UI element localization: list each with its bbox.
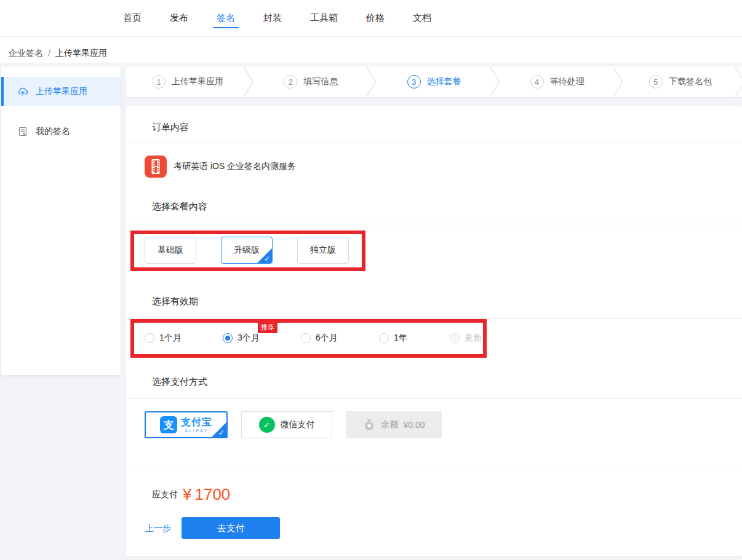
divider <box>126 224 742 224</box>
payment-options: 支 支付宝 ALIPAY ✓ ✓ 微信支付 ¥ 余额 ¥0.00 <box>145 411 442 438</box>
step-label: 填写信息 <box>303 76 338 87</box>
package-option-label: 独立版 <box>310 245 336 256</box>
nav-item-package[interactable]: 封装 <box>263 0 282 36</box>
radio-label: 1年 <box>394 333 407 344</box>
package-options: 基础版 升级版 ✓ 独立版 <box>145 237 349 264</box>
alipay-sub-label: ALIPAY <box>185 428 208 433</box>
radio-label: 3个月 <box>237 333 260 344</box>
step-arrow-icon <box>734 66 742 97</box>
app-film-icon <box>145 156 167 178</box>
radio-selected-icon <box>223 333 233 343</box>
step-arrow-icon <box>612 66 624 97</box>
package-option-label: 基础版 <box>158 245 183 256</box>
divider <box>126 470 742 470</box>
currency-symbol: ¥ <box>183 485 191 504</box>
radio-label: 1个月 <box>159 333 182 344</box>
alipay-label: 支付宝 <box>181 417 212 428</box>
breadcrumb-parent[interactable]: 企业签名 <box>9 48 43 58</box>
divider <box>126 143 742 143</box>
alipay-wordmark: 支付宝 ALIPAY <box>181 417 212 432</box>
amount-number: 1700 <box>194 485 230 504</box>
payment-option-wechat[interactable]: ✓ 微信支付 <box>241 411 332 438</box>
payment-option-alipay[interactable]: 支 支付宝 ALIPAY ✓ <box>145 411 228 438</box>
svg-text:¥: ¥ <box>367 422 372 429</box>
package-option-label: 升级版 <box>234 245 260 256</box>
package-option-basic[interactable]: 基础版 <box>145 237 196 264</box>
step-arrow-icon <box>489 66 501 97</box>
section-title-validity: 选择有效期 <box>152 296 198 307</box>
validity-option-renew: 更新 <box>450 333 482 344</box>
previous-step-link[interactable]: 上一步 <box>145 523 171 534</box>
step-number: 1 <box>152 75 166 89</box>
sidebar-item-upload-apple-app[interactable]: 上传苹果应用 <box>1 77 121 106</box>
step-2-fill-info: 2 填写信息 <box>249 66 372 97</box>
sidebar-item-my-signatures[interactable]: 我的签名 <box>1 117 121 146</box>
money-bag-icon: ¥ <box>362 418 376 432</box>
section-title-payment: 选择支付方式 <box>152 376 207 388</box>
wechat-pay-icon: ✓ <box>259 417 275 433</box>
signature-doc-icon <box>17 126 28 137</box>
nav-item-signature[interactable]: 签名 <box>217 0 235 36</box>
top-navigation: 首页 发布 签名 封装 工具箱 价格 文档 <box>0 0 742 37</box>
step-number: 5 <box>649 75 663 89</box>
nav-item-home[interactable]: 首页 <box>123 0 142 36</box>
radio-disabled-icon <box>450 333 460 343</box>
selected-check-icon: ✓ <box>211 422 227 438</box>
breadcrumb-current: 上传苹果应用 <box>55 48 107 58</box>
step-label: 选择套餐 <box>427 76 461 87</box>
nav-item-toolbox[interactable]: 工具箱 <box>310 0 338 36</box>
order-panel: 订单内容 考研英语 iOS 企业签名内测服务 选择套餐内容 <box>126 106 742 556</box>
radio-icon <box>301 333 311 343</box>
alipay-logo-icon: 支 <box>160 416 177 433</box>
nav-item-publish[interactable]: 发布 <box>170 0 188 36</box>
radio-label: 6个月 <box>316 333 338 344</box>
nav-item-pricing[interactable]: 价格 <box>366 0 385 36</box>
validity-option-3-months[interactable]: 3个月 <box>223 333 260 344</box>
order-app-row: 考研英语 iOS 企业签名内测服务 <box>145 156 296 178</box>
step-label: 下载签名包 <box>669 76 712 87</box>
validity-option-6-months[interactable]: 6个月 <box>301 333 338 344</box>
balance-amount: ¥0.00 <box>403 420 425 430</box>
breadcrumb: 企业签名/上传苹果应用 <box>9 48 107 59</box>
amount-due-row: 应支付 ¥ 1700 <box>152 485 230 504</box>
step-4-processing: 4 等待处理 <box>496 66 619 97</box>
package-option-upgrade[interactable]: 升级版 ✓ <box>221 237 273 264</box>
sidebar-item-label: 上传苹果应用 <box>36 86 87 97</box>
step-label: 上传苹果应用 <box>172 76 223 87</box>
section-title-package: 选择套餐内容 <box>152 201 207 213</box>
step-number: 4 <box>530 75 544 89</box>
package-option-standalone[interactable]: 独立版 <box>297 237 349 264</box>
divider <box>126 398 742 399</box>
cloud-upload-icon <box>17 86 28 97</box>
sidebar: 上传苹果应用 我的签名 <box>1 66 121 375</box>
validity-option-1-year[interactable]: 1年 <box>379 333 407 344</box>
step-5-download: 5 下载签名包 <box>619 66 742 97</box>
go-pay-button[interactable]: 去支付 <box>182 517 280 539</box>
breadcrumb-separator: / <box>48 48 50 58</box>
payment-option-balance: ¥ 余额 ¥0.00 <box>346 411 442 438</box>
divider <box>126 318 742 319</box>
step-arrow-icon <box>365 66 378 97</box>
step-3-choose-plan: 3 选择套餐 <box>372 66 495 97</box>
step-number: 2 <box>284 75 297 89</box>
radio-icon <box>145 333 154 343</box>
app-name: 考研英语 iOS 企业签名内测服务 <box>174 161 296 172</box>
amount-due-label: 应支付 <box>152 489 178 500</box>
sidebar-item-label: 我的签名 <box>36 126 70 137</box>
step-number: 3 <box>407 75 421 89</box>
step-arrow-icon <box>242 66 255 97</box>
balance-label: 余额 <box>381 419 398 430</box>
radio-label: 更新 <box>465 333 482 344</box>
wechat-label: 微信支付 <box>281 419 315 430</box>
amount-due-value: ¥ 1700 <box>183 485 230 504</box>
validity-option-1-month[interactable]: 1个月 <box>145 333 182 344</box>
section-title-order-content: 订单内容 <box>152 122 189 133</box>
nav-item-docs[interactable]: 文档 <box>413 0 431 36</box>
recommend-badge: 推荐 <box>258 322 277 333</box>
steps-bar: 1 上传苹果应用 2 填写信息 3 选择套餐 4 等待处理 5 下载签名包 <box>126 66 742 97</box>
radio-icon <box>379 333 389 343</box>
step-1-upload: 1 上传苹果应用 <box>126 66 249 97</box>
step-label: 等待处理 <box>550 76 584 87</box>
